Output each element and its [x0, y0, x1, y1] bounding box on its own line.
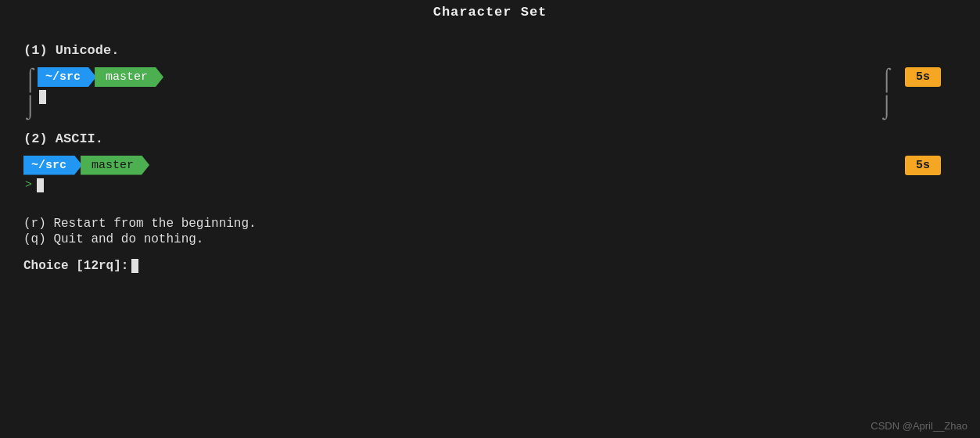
choice-prompt-text: Choice [12rq]: — [23, 259, 128, 273]
option-q: (q) Quit and do nothing. — [23, 232, 957, 246]
prompt-path-ascii: ~/src — [23, 156, 82, 175]
prompt-line-unicode: ~/~/srcsrc master — [38, 67, 957, 87]
section-unicode-label: (1) Unicode. — [23, 43, 957, 58]
prompt-path-unicode: ~/~/srcsrc — [38, 67, 96, 87]
cursor-block-ascii — [37, 178, 44, 192]
section-ascii: (2) ASCII. ~/src master > — [23, 131, 957, 203]
section-ascii-label: (2) ASCII. — [23, 131, 957, 146]
prompt-branch-ascii: master — [81, 156, 149, 175]
cursor-line-ascii: > — [25, 178, 957, 192]
prompt-col-unicode: ~/~/srcsrc master — [38, 67, 957, 104]
choice-line: Choice [12rq]: — [23, 259, 957, 273]
content-area: (1) Unicode. ⌠ ⌡ ~/~/srcsrc master — [0, 24, 980, 281]
bracket-right-unicode: ⌠ ⌡ — [880, 67, 894, 120]
cursor-block-unicode — [39, 90, 46, 104]
time-badge-unicode: 5s — [905, 67, 941, 87]
time-badge-ascii: 5s — [905, 156, 941, 175]
page-container: Character Set (1) Unicode. ⌠ ⌡ ~/~/srcsr… — [0, 0, 980, 438]
page-title: Character Set — [0, 0, 980, 24]
section-unicode: (1) Unicode. ⌠ ⌡ ~/~/srcsrc master — [23, 43, 957, 120]
choice-cursor — [131, 259, 138, 273]
options-section: (r) Restart from the beginning. (q) Quit… — [23, 217, 957, 246]
watermark: CSDN @April__Zhao — [871, 420, 967, 432]
bracket-left-unicode: ⌠ ⌡ — [23, 67, 38, 120]
prompt-col-ascii: ~/src master > — [23, 156, 957, 192]
prompt-branch-unicode: master — [95, 67, 163, 87]
option-r: (r) Restart from the beginning. — [23, 217, 957, 231]
terminal-row-ascii: ~/src master > 5s — [23, 156, 957, 203]
gt-symbol-ascii: > — [25, 178, 32, 192]
prompt-line-ascii: ~/src master — [23, 156, 957, 175]
terminal-row-unicode: ⌠ ⌡ ~/~/srcsrc master — [23, 67, 957, 120]
